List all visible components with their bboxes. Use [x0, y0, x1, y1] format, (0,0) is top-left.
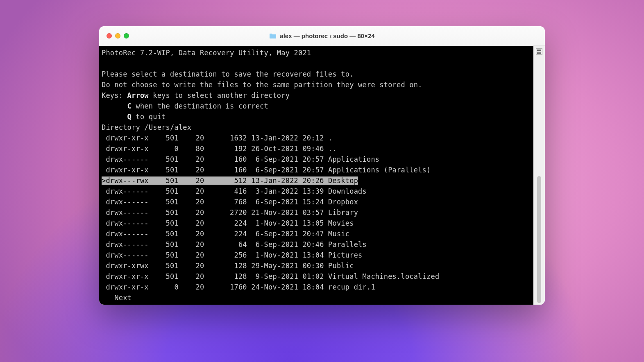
- directory-row[interactable]: drwxr-xr-x 501 20 128 9-Sep-2021 01:02 V…: [102, 271, 533, 282]
- directory-row[interactable]: drwxr-xr-x 0 20 1760 24-Nov-2021 18:04 r…: [102, 282, 533, 292]
- directory-row[interactable]: drwxr-xr-x 0 80 192 26-Oct-2021 09:46 ..: [102, 143, 533, 154]
- alt-screen-icon[interactable]: [536, 48, 542, 55]
- terminal-body: PhotoRec 7.2-WIP, Data Recovery Utility,…: [99, 46, 545, 305]
- directory-row[interactable]: drwx------ 501 20 768 6-Sep-2021 15:24 D…: [102, 197, 533, 207]
- minimize-button[interactable]: [115, 33, 120, 38]
- keys-line: C when the destination is correct: [102, 101, 533, 111]
- directory-row-selected[interactable]: >drwx---rwx 501 20 512 13-Jan-2022 20:26…: [102, 175, 533, 186]
- terminal-content[interactable]: PhotoRec 7.2-WIP, Data Recovery Utility,…: [99, 46, 533, 305]
- keys-line: Q to quit: [102, 111, 533, 122]
- traffic-lights: [99, 33, 129, 38]
- close-button[interactable]: [107, 33, 112, 38]
- instruction-line: Do not choose to write the files to the …: [102, 79, 533, 90]
- instruction-line: Please select a destination to save the …: [102, 69, 533, 79]
- directory-row[interactable]: drwx------ 501 20 64 6-Sep-2021 20:46 Pa…: [102, 239, 533, 250]
- directory-row[interactable]: drwxr-xrwx 501 20 128 29-May-2021 00:30 …: [102, 260, 533, 271]
- directory-row[interactable]: drwxr-xr-x 501 20 1632 13-Jan-2022 20:12…: [102, 133, 533, 143]
- titlebar[interactable]: alex — photorec ‹ sudo — 80×24: [99, 26, 545, 46]
- directory-row[interactable]: drwx------ 501 20 416 3-Jan-2022 13:39 D…: [102, 186, 533, 197]
- maximize-button[interactable]: [124, 33, 129, 38]
- scrollbar-thumb[interactable]: [537, 176, 541, 303]
- directory-row[interactable]: drwx------ 501 20 224 6-Sep-2021 20:47 M…: [102, 229, 533, 239]
- scrollbar[interactable]: [536, 57, 542, 305]
- keys-line: Keys: Arrow keys to select another direc…: [102, 90, 533, 101]
- directory-row[interactable]: drwx------ 501 20 256 1-Nov-2021 13:04 P…: [102, 250, 533, 260]
- window-title-text: alex — photorec ‹ sudo — 80×24: [280, 32, 374, 39]
- pager-next[interactable]: Next: [102, 292, 533, 303]
- directory-line: Directory /Users/alex: [102, 122, 533, 133]
- folder-icon: [269, 33, 277, 39]
- directory-row[interactable]: drwx------ 501 20 160 6-Sep-2021 20:57 A…: [102, 154, 533, 165]
- right-gutter: [533, 46, 545, 305]
- header-line: PhotoRec 7.2-WIP, Data Recovery Utility,…: [102, 48, 533, 58]
- window-title: alex — photorec ‹ sudo — 80×24: [269, 32, 374, 39]
- directory-row[interactable]: drwx------ 501 20 224 1-Nov-2021 13:05 M…: [102, 218, 533, 229]
- terminal-window: alex — photorec ‹ sudo — 80×24 PhotoRec …: [99, 26, 545, 305]
- directory-row[interactable]: drwxr-xr-x 501 20 160 6-Sep-2021 20:57 A…: [102, 165, 533, 175]
- directory-row[interactable]: drwx------ 501 20 2720 21-Nov-2021 03:57…: [102, 207, 533, 218]
